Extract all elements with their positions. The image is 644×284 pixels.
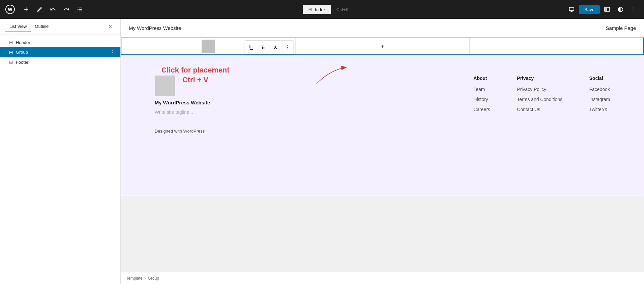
sidebar-item-group[interactable]: › ⊞ Group ⋮ — [0, 47, 120, 57]
plus-column-icon: + — [381, 43, 384, 50]
wordpress-logo: W — [4, 3, 16, 15]
ellipsis-icon — [631, 6, 637, 12]
facebook-link[interactable]: Facebook — [589, 87, 610, 92]
list-item: Careers — [474, 106, 490, 112]
list-item: Twitter/X — [589, 106, 610, 112]
about-team-link[interactable]: Team — [474, 87, 485, 92]
sidebar-item-footer[interactable]: › ⊞ Footer — [0, 57, 120, 67]
duplicate-block-button[interactable] — [245, 41, 257, 54]
list-view-button[interactable] — [74, 3, 86, 15]
footer-nav-columns: About Team History Careers Privacy — [474, 76, 610, 115]
undo-button[interactable] — [47, 3, 59, 15]
header-block-icon: ⊞ — [9, 40, 13, 45]
top-toolbar: W ⊞ Index Ctrl+K Save — [0, 0, 644, 19]
block-toolbar — [245, 40, 294, 54]
instagram-link[interactable]: Instagram — [589, 97, 610, 102]
move-up-down-button[interactable] — [269, 41, 281, 54]
footer-nav-social-heading: Social — [589, 76, 610, 81]
edit-button[interactable] — [34, 3, 46, 15]
list-item: Facebook — [589, 86, 610, 92]
placement-overlay[interactable]: Click for placement Ctrl + V My WordPres… — [121, 55, 644, 196]
status-bar: Template › Group — [121, 272, 644, 284]
about-history-link[interactable]: History — [474, 97, 488, 102]
privacy-policy-link[interactable]: Privacy Policy — [517, 87, 546, 92]
drag-handle-button[interactable] — [257, 41, 269, 54]
save-button[interactable]: Save — [579, 5, 600, 14]
contact-us-link[interactable]: Contact Us — [517, 107, 540, 112]
svg-point-3 — [287, 45, 288, 46]
group-block-icon: ⊞ — [9, 50, 13, 55]
footer-block-icon: ⊞ — [9, 59, 13, 65]
list-view-icon — [77, 6, 83, 12]
options-button[interactable] — [628, 3, 640, 15]
placement-hint-line1: Click for placement — [161, 65, 229, 75]
chevron-right-icon-group: › — [5, 50, 6, 54]
toolbar-right: Save — [566, 3, 640, 15]
columns-container: + — [121, 38, 644, 55]
placement-hint-line2: Ctrl + V — [161, 75, 229, 85]
footer-tagline[interactable]: Write site tagline... — [155, 109, 222, 115]
index-tab-button[interactable]: ⊞ Index — [303, 5, 331, 14]
sidebar-items: › ⊞ Header › ⊞ Group ⋮ › ⊞ Footer — [0, 35, 120, 69]
group-options-icon[interactable]: ⋮ — [110, 49, 115, 55]
shortcut-hint: Ctrl+K — [336, 7, 348, 12]
add-block-button[interactable] — [20, 3, 32, 15]
svg-point-4 — [287, 47, 288, 48]
about-careers-link[interactable]: Careers — [474, 107, 490, 112]
tab-outline[interactable]: Outline — [31, 21, 53, 32]
wordpress-link[interactable]: WordPress — [183, 129, 205, 134]
duplicate-icon — [249, 45, 254, 50]
toolbar-center: ⊞ Index Ctrl+K — [87, 5, 564, 14]
svg-point-1 — [634, 9, 634, 10]
contrast-button[interactable] — [614, 3, 627, 15]
drag-icon — [261, 45, 266, 50]
footer-item-label: Footer — [16, 60, 29, 65]
list-item: Terms and Conditions — [517, 96, 562, 102]
sidebar-close-button[interactable]: × — [106, 22, 115, 32]
main-layout: List View Outline × › ⊞ Header › ⊞ Group… — [0, 19, 644, 284]
placement-hint: Click for placement Ctrl + V — [161, 65, 229, 85]
terms-conditions-link[interactable]: Terms and Conditions — [517, 97, 562, 102]
pencil-icon — [37, 6, 43, 12]
template-icon: ⊞ — [308, 7, 312, 12]
sidebar-toggle-button[interactable] — [601, 3, 613, 15]
redo-icon — [63, 6, 69, 12]
sample-page-link[interactable]: Sample Page — [606, 25, 636, 31]
column-right — [470, 38, 643, 54]
group-breadcrumb: Group — [148, 276, 159, 281]
footer-site-name: My WordPress Website — [155, 100, 222, 105]
template-breadcrumb[interactable]: Template — [126, 276, 143, 281]
list-item: Instagram — [589, 96, 610, 102]
plus-icon — [23, 6, 29, 12]
svg-point-5 — [287, 49, 288, 49]
list-item: Privacy Policy — [517, 86, 562, 92]
view-toggle-button[interactable] — [566, 3, 578, 15]
footer-nav-about: About Team History Careers — [474, 76, 490, 115]
index-tab-label: Index — [315, 7, 326, 12]
footer-nav-social: Social Facebook Instagram Twitter/X — [589, 76, 610, 115]
twitter-link[interactable]: Twitter/X — [589, 107, 607, 112]
tab-list-view[interactable]: List View — [5, 21, 31, 32]
footer-bottom: Designed with WordPress — [155, 123, 610, 134]
footer-nav-about-heading: About — [474, 76, 490, 81]
site-title: My WordPress Website — [129, 25, 181, 31]
header-item-label: Header — [16, 40, 30, 45]
block-more-options-button[interactable] — [281, 41, 293, 54]
footer-nav-privacy-heading: Privacy — [517, 76, 562, 81]
more-options-icon — [285, 45, 290, 50]
sidebar-item-header[interactable]: › ⊞ Header — [0, 38, 120, 47]
list-item: Contact Us — [517, 106, 562, 112]
redo-button[interactable] — [60, 3, 72, 15]
list-item: History — [474, 96, 490, 102]
column-add-button[interactable]: + — [296, 38, 470, 54]
arrows-updown-icon — [273, 45, 278, 50]
desktop-icon — [569, 6, 575, 12]
undo-icon — [50, 6, 56, 12]
sidebar: List View Outline × › ⊞ Header › ⊞ Group… — [0, 19, 121, 284]
sidebar-header: List View Outline × — [0, 19, 120, 35]
svg-point-2 — [634, 11, 634, 11]
chevron-right-icon: › — [5, 41, 6, 44]
breadcrumb-separator: › — [145, 276, 146, 281]
group-item-label: Group — [16, 50, 28, 55]
chevron-right-icon-footer: › — [5, 60, 6, 64]
